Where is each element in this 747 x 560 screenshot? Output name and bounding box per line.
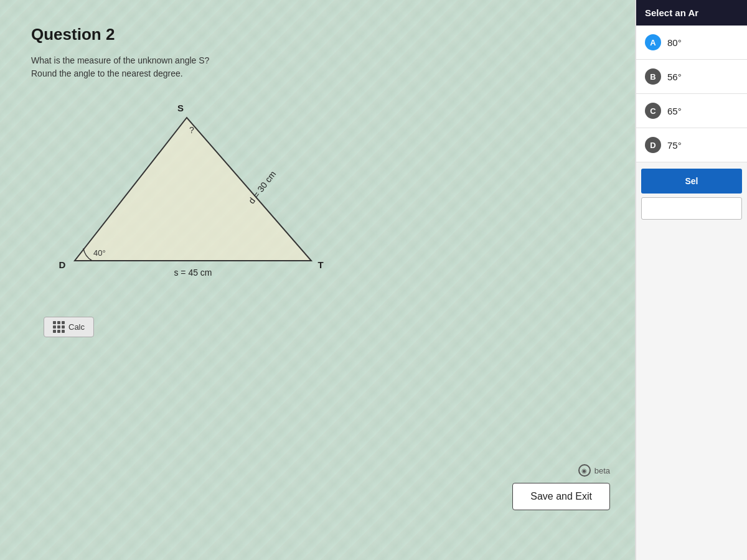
question-text: What is the measure of the unknown angle… [31,54,604,80]
angle-d-label: 40° [93,248,106,258]
beta-text: beta [594,466,610,475]
question-title: Question 2 [31,25,604,44]
beta-label-container: ◉ beta [578,464,610,477]
vertex-d-label: D [59,259,66,270]
side-d-label: d = 30 cm [247,169,278,206]
bottom-area: ◉ beta Save and Exit [512,464,610,510]
answer-input-box[interactable] [641,197,742,220]
calc-button-label: Calc [68,322,85,332]
vertex-t-label: T [317,259,323,270]
option-value-a: 80° [667,37,682,48]
answer-option-b[interactable]: B 56° [636,60,747,94]
select-answer-button[interactable]: Sel [641,169,742,194]
save-exit-button[interactable]: Save and Exit [512,483,610,510]
svg-marker-0 [75,118,311,261]
question-line2: Round the angle to the nearest degree. [31,67,604,80]
panel-header: Select an Ar [636,0,747,26]
option-badge-b: B [645,68,661,85]
option-badge-d: D [645,137,661,153]
question-line1: What is the measure of the unknown angle… [31,54,604,67]
answer-option-d[interactable]: D 75° [636,128,747,162]
right-panel: Select an Ar A 80° B 56° C 65° D 75° Sel [635,0,747,560]
option-badge-c: C [645,103,661,119]
side-s-label: s = 45 cm [174,268,212,278]
calc-button[interactable]: Calc [44,317,94,337]
option-value-b: 56° [667,72,682,82]
vertex-s-label: S [177,103,184,113]
option-value-c: 65° [667,106,682,116]
answer-option-c[interactable]: C 65° [636,94,747,128]
option-badge-a: A [645,34,661,50]
option-value-d: 75° [667,140,682,151]
beta-icon: ◉ [578,464,591,477]
answer-option-a[interactable]: A 80° [636,26,747,60]
angle-s-question-mark: ? [189,125,194,135]
calc-grid-icon [53,321,65,333]
triangle-diagram: S ? D T 40° d = 30 cm s = 45 cm [44,99,367,298]
diagram-area: S ? D T 40° d = 30 cm s = 45 cm [44,99,367,298]
